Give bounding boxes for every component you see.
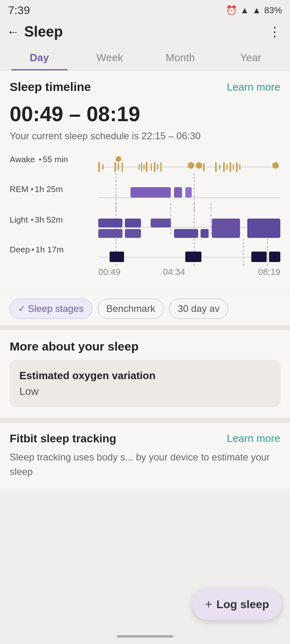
chip-benchmark[interactable]: Benchmark: [98, 299, 164, 319]
svg-rect-17: [157, 164, 158, 170]
svg-text:08:19: 08:19: [258, 267, 280, 277]
svg-text:55 min: 55 min: [43, 155, 68, 164]
learn-more-link[interactable]: Learn more: [227, 81, 280, 93]
svg-rect-26: [230, 162, 231, 172]
svg-rect-51: [125, 229, 141, 238]
status-icons: ⏰ ▲ ▲ 83%: [226, 5, 282, 16]
svg-text:•: •: [31, 215, 33, 224]
svg-rect-6: [102, 164, 104, 170]
chip-benchmark-label: Benchmark: [106, 303, 155, 314]
fitbit-section: Fitbit sleep tracking Learn more Sleep t…: [0, 423, 290, 489]
svg-rect-8: [118, 163, 119, 170]
svg-rect-56: [247, 219, 280, 238]
fitbit-title: Fitbit sleep tracking: [10, 432, 116, 445]
tab-year[interactable]: Year: [215, 44, 286, 70]
svg-rect-38: [174, 187, 182, 198]
svg-rect-65: [110, 252, 124, 262]
fitbit-learn-more-link[interactable]: Learn more: [227, 432, 280, 445]
svg-text:Awake: Awake: [10, 155, 35, 164]
svg-rect-5: [98, 162, 100, 172]
battery-text: 83%: [264, 5, 282, 16]
svg-rect-66: [185, 252, 201, 262]
sleep-chart-svg: Awake • 55 min: [10, 151, 280, 280]
svg-point-30: [272, 162, 279, 169]
more-sleep-section: More about your sleep Estimated oxygen v…: [0, 330, 290, 418]
sleep-timeline-title: Sleep timeline: [10, 80, 91, 94]
svg-rect-14: [146, 162, 147, 172]
svg-rect-39: [185, 187, 192, 198]
svg-rect-24: [223, 162, 225, 172]
svg-point-9: [116, 156, 121, 162]
svg-point-19: [188, 162, 194, 169]
chip-30day-label: 30 day av: [178, 303, 220, 314]
svg-rect-28: [236, 162, 238, 172]
svg-text:1h 17m: 1h 17m: [35, 245, 64, 254]
svg-rect-15: [151, 163, 152, 171]
log-sleep-fab[interactable]: + Log sleep: [192, 589, 282, 620]
svg-text:REM: REM: [10, 184, 29, 194]
svg-rect-7: [114, 162, 116, 172]
tab-month[interactable]: Month: [145, 44, 215, 70]
sleep-schedule-text: Your current sleep schedule is 22:15 – 0…: [10, 129, 280, 143]
svg-rect-16: [154, 162, 155, 172]
svg-text:3h 52m: 3h 52m: [35, 215, 63, 224]
svg-rect-27: [233, 164, 234, 170]
svg-rect-10: [122, 162, 123, 172]
header-left: ← Sleep: [6, 23, 63, 40]
alarm-icon: ⏰: [226, 5, 237, 16]
svg-text:•: •: [31, 184, 33, 194]
sleep-timeline-section: Sleep timeline Learn more 00:49 – 08:19 …: [0, 70, 290, 292]
svg-point-20: [196, 162, 202, 169]
svg-rect-13: [143, 164, 145, 170]
svg-rect-67: [251, 252, 267, 262]
status-time: 7:39: [8, 4, 30, 17]
tab-week[interactable]: Week: [75, 44, 145, 70]
svg-rect-23: [219, 164, 220, 170]
fitbit-description: Sleep tracking uses body s... by your de…: [10, 450, 280, 479]
sleep-time-range: 00:49 – 08:19: [10, 102, 280, 126]
svg-rect-52: [151, 219, 171, 227]
svg-rect-29: [239, 164, 240, 170]
chip-30day[interactable]: 30 day av: [169, 299, 228, 319]
svg-rect-22: [215, 162, 217, 172]
chip-sleep-stages[interactable]: ✓ Sleep stages: [10, 299, 92, 319]
more-sleep-title: More about your sleep: [10, 340, 280, 353]
svg-rect-53: [174, 229, 198, 238]
header: ← Sleep ⋮: [0, 19, 290, 44]
svg-rect-11: [139, 164, 140, 170]
more-options-button[interactable]: ⋮: [268, 24, 282, 39]
bottom-nav-indicator: [117, 635, 173, 638]
svg-text:•: •: [39, 155, 41, 164]
svg-rect-48: [98, 219, 122, 227]
svg-text:1h 25m: 1h 25m: [35, 184, 63, 194]
svg-text:04:34: 04:34: [163, 267, 185, 277]
fitbit-header: Fitbit sleep tracking Learn more: [10, 432, 280, 445]
svg-rect-55: [212, 219, 240, 238]
oxygen-variation-title: Estimated oxygen variation: [19, 369, 271, 382]
svg-rect-21: [203, 163, 205, 171]
svg-text:Deep: Deep: [10, 245, 30, 254]
oxygen-variation-card: Estimated oxygen variation Low: [10, 360, 280, 407]
check-icon: ✓: [18, 303, 25, 314]
svg-rect-49: [125, 219, 141, 227]
signal-icon: ▲: [252, 5, 261, 16]
svg-rect-54: [201, 229, 209, 238]
svg-rect-37: [130, 187, 171, 198]
svg-rect-68: [269, 252, 280, 262]
back-button[interactable]: ←: [6, 25, 19, 39]
wifi-icon: ▲: [240, 5, 249, 16]
svg-rect-50: [98, 229, 122, 238]
oxygen-variation-value: Low: [19, 385, 271, 398]
svg-rect-12: [141, 162, 142, 172]
section-divider: [0, 325, 290, 330]
svg-rect-18: [160, 162, 162, 172]
page-title: Sleep: [24, 23, 63, 40]
chip-sleep-stages-label: Sleep stages: [28, 303, 84, 314]
tab-day[interactable]: Day: [4, 44, 75, 70]
sleep-chart: Awake • 55 min: [10, 151, 280, 280]
section-divider-2: [0, 418, 290, 423]
status-bar: 7:39 ⏰ ▲ ▲ 83%: [0, 0, 290, 19]
svg-text:00:49: 00:49: [98, 267, 120, 277]
svg-text:Light: Light: [10, 215, 28, 224]
fab-label: Log sleep: [216, 598, 269, 611]
